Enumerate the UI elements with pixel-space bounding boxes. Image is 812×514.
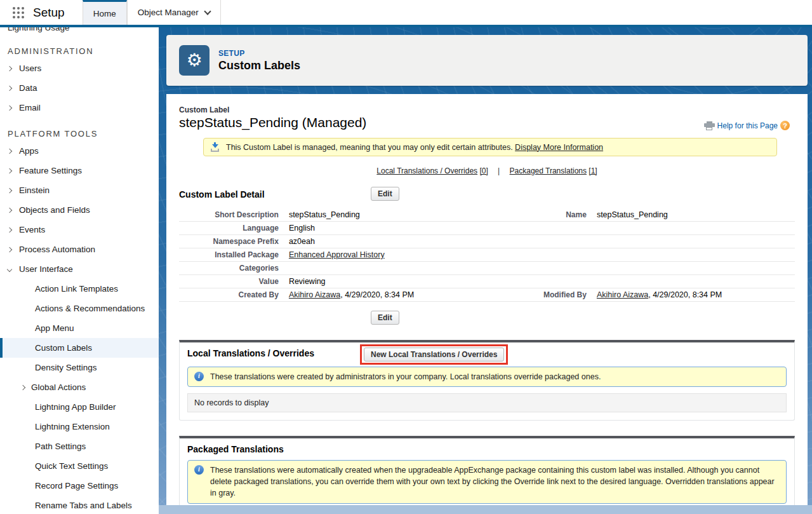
chevron-down-icon bbox=[7, 266, 12, 271]
chevron-right-icon bbox=[7, 105, 12, 110]
sidebar-item-custom-labels[interactable]: Custom Labels bbox=[0, 338, 159, 358]
field-label: Categories bbox=[179, 262, 284, 275]
sidebar-item-app-menu[interactable]: App Menu bbox=[0, 318, 159, 338]
help-for-this-page-link[interactable]: Help for this Page bbox=[717, 121, 778, 130]
sidebar-item-users[interactable]: Users bbox=[0, 58, 159, 78]
chevron-right-icon bbox=[7, 168, 12, 173]
field-value: Reviewing bbox=[284, 275, 500, 288]
setup-eyebrow: SETUP bbox=[218, 49, 300, 58]
local-translations-title: Local Translations / Overrides bbox=[187, 348, 314, 358]
tab-home[interactable]: Home bbox=[83, 0, 127, 25]
chevron-right-icon bbox=[20, 384, 25, 389]
edit-button-top[interactable]: Edit bbox=[371, 187, 399, 201]
jump-links: Local Translations / Overrides [0] | Pac… bbox=[179, 166, 795, 175]
sidebar-item-events[interactable]: Events bbox=[0, 220, 159, 240]
sidebar-item-quick-text-settings[interactable]: Quick Text Settings bbox=[0, 456, 159, 476]
edit-button-bottom[interactable]: Edit bbox=[371, 311, 399, 325]
field-label: Installed Package bbox=[179, 248, 284, 262]
sidebar-item-feature-settings[interactable]: Feature Settings bbox=[0, 161, 159, 180]
field-label: Created By bbox=[179, 288, 284, 302]
setup-sidebar: Lightning Usage ADMINISTRATION Users Dat… bbox=[0, 27, 159, 514]
managed-label-banner: This Custom Label is managed, meaning th… bbox=[203, 138, 777, 156]
chevron-right-icon bbox=[7, 148, 12, 153]
sidebar-item-lightning-app-builder[interactable]: Lightning App Builder bbox=[0, 397, 159, 417]
sidebar-item-lightning-extension[interactable]: Lightning Extension bbox=[0, 417, 159, 436]
chevron-right-icon bbox=[7, 247, 12, 252]
field-label: Short Description bbox=[179, 208, 284, 222]
annotation-highlight-box: New Local Translations / Overrides bbox=[360, 344, 508, 365]
sidebar-item-einstein[interactable]: Einstein bbox=[0, 180, 159, 200]
sidebar-item-action-link-templates[interactable]: Action Link Templates bbox=[0, 279, 159, 299]
chevron-down-icon bbox=[204, 8, 211, 15]
sidebar-item-email[interactable]: Email bbox=[0, 98, 159, 118]
app-launcher-button[interactable] bbox=[0, 0, 33, 25]
gear-icon: ⚙ bbox=[186, 51, 202, 69]
entity-label: Custom Label bbox=[179, 105, 795, 114]
field-label: Value bbox=[179, 275, 284, 288]
sidebar-item-rename-tabs-and-labels[interactable]: Rename Tabs and Labels bbox=[0, 496, 159, 514]
empty-state-text: No records to display bbox=[187, 393, 787, 412]
main-area: ⚙ SETUP Custom Labels Custom Label stepS… bbox=[159, 27, 812, 514]
sidebar-item-objects-and-fields[interactable]: Objects and Fields bbox=[0, 200, 159, 220]
tab-object-manager-label: Object Manager bbox=[138, 8, 199, 17]
field-value: az0eah bbox=[284, 235, 500, 248]
display-more-information-link[interactable]: Display More Information bbox=[515, 143, 603, 152]
modified-by-user-link[interactable]: Akihiro Aizawa bbox=[597, 290, 648, 299]
table-row: Created By Akihiro Aizawa, 4/29/2020, 8:… bbox=[179, 288, 795, 302]
record-detail-card: Custom Label stepStatus_Pending (Managed… bbox=[166, 94, 808, 505]
local-translations-jump-link[interactable]: Local Translations / Overrides bbox=[376, 166, 477, 175]
field-value: stepStatus_Pending bbox=[592, 208, 795, 222]
field-label: Namespace Prefix bbox=[179, 235, 284, 248]
field-label: Modified By bbox=[499, 288, 592, 302]
sidebar-item-density-settings[interactable]: Density Settings bbox=[0, 358, 159, 377]
record-title: stepStatus_Pending (Managed) bbox=[179, 115, 795, 130]
help-area: Help for this Page ? bbox=[704, 121, 790, 130]
local-translations-section: Local Translations / Overrides New Local… bbox=[179, 340, 795, 421]
field-value: English bbox=[284, 222, 500, 235]
local-translations-info: i These translations were created by adm… bbox=[187, 367, 787, 387]
table-row: Value Reviewing bbox=[179, 275, 795, 288]
chevron-right-icon bbox=[7, 85, 12, 90]
app-name: Setup bbox=[33, 0, 83, 25]
managed-package-icon bbox=[210, 142, 220, 152]
sidebar-item-user-interface[interactable]: User Interface bbox=[0, 259, 159, 279]
sidebar-item-clipped[interactable]: Lightning Usage bbox=[0, 27, 159, 35]
sidebar-item-global-actions[interactable]: Global Actions bbox=[0, 377, 159, 397]
table-row: Language English bbox=[179, 222, 795, 235]
created-by-datetime: , 4/29/2020, 8:34 PM bbox=[340, 290, 414, 299]
tab-object-manager[interactable]: Object Manager bbox=[127, 0, 221, 25]
sidebar-item-data[interactable]: Data bbox=[0, 78, 159, 98]
packaged-translations-jump-link[interactable]: Packaged Translations bbox=[510, 166, 587, 175]
chevron-right-icon bbox=[7, 207, 12, 212]
packaged-translations-count[interactable]: [1] bbox=[589, 166, 597, 175]
table-row: Namespace Prefix az0eah bbox=[179, 235, 795, 248]
installed-package-link[interactable]: Enhanced Approval History bbox=[289, 250, 385, 259]
table-row: Categories bbox=[179, 262, 795, 275]
custom-label-detail-header: Custom Label Detail Edit bbox=[179, 189, 795, 203]
global-nav: Setup Home Object Manager bbox=[0, 0, 812, 27]
created-by-user-link[interactable]: Akihiro Aizawa bbox=[289, 290, 340, 299]
sidebar-item-record-page-settings[interactable]: Record Page Settings bbox=[0, 476, 159, 496]
managed-banner-text: This Custom Label is managed, meaning th… bbox=[226, 143, 603, 152]
new-local-translations-button[interactable]: New Local Translations / Overrides bbox=[364, 348, 504, 362]
setup-page-header: ⚙ SETUP Custom Labels bbox=[166, 35, 808, 86]
local-translations-count[interactable]: [0] bbox=[479, 166, 488, 175]
modified-by-datetime: , 4/29/2020, 8:34 PM bbox=[648, 290, 722, 299]
detail-table: Short Description stepStatus_Pending Nam… bbox=[179, 208, 795, 302]
table-row: Installed Package Enhanced Approval Hist… bbox=[179, 248, 795, 262]
sidebar-section-platform-tools: PLATFORM TOOLS bbox=[0, 118, 159, 141]
printer-icon[interactable] bbox=[704, 121, 715, 130]
packaged-translations-info: i These translations were automatically … bbox=[187, 460, 787, 503]
sidebar-item-path-settings[interactable]: Path Settings bbox=[0, 436, 159, 456]
help-question-icon[interactable]: ? bbox=[780, 121, 790, 130]
packaged-translations-title: Packaged Translations bbox=[187, 444, 284, 454]
field-value bbox=[284, 262, 500, 275]
sidebar-item-apps[interactable]: Apps bbox=[0, 141, 159, 161]
tab-home-label: Home bbox=[93, 9, 116, 18]
sidebar-item-process-automation[interactable]: Process Automation bbox=[0, 240, 159, 259]
info-icon: i bbox=[194, 465, 204, 475]
page-title: Custom Labels bbox=[218, 59, 300, 72]
chevron-right-icon bbox=[7, 65, 12, 71]
sidebar-item-actions-recommendations[interactable]: Actions & Recommendations bbox=[0, 299, 159, 318]
horizontal-scrollbar-track[interactable] bbox=[159, 505, 812, 514]
